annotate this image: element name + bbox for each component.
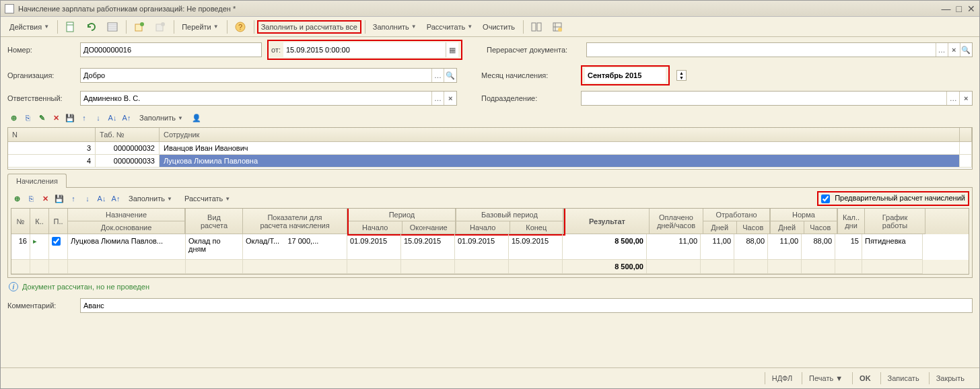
unpost-icon[interactable] — [150, 19, 170, 35]
accruals-grid: № К.. П.. Назначение Док.основание Вид р… — [11, 208, 969, 275]
month-label: Месяц начисления: — [481, 71, 575, 79]
col-tab: Таб. № — [96, 128, 160, 142]
ndfl-button[interactable]: НДФЛ — [765, 372, 799, 384]
sort-asc-icon[interactable]: A↓ — [106, 112, 118, 124]
move-down-icon[interactable]: ↓ — [92, 112, 104, 124]
date-input[interactable]: ▦ — [283, 42, 458, 57]
accruals-calc-menu[interactable]: Рассчитать▼ — [180, 192, 235, 205]
status-text: Документ рассчитан, но не проведен — [22, 283, 149, 291]
number-label: Номер: — [7, 46, 75, 54]
print-menu[interactable]: Печать ▼ — [802, 372, 849, 384]
division-label: Подразделение: — [481, 94, 575, 102]
recalc-input[interactable]: …×🔍 — [586, 42, 973, 57]
maximize-button[interactable]: □ — [956, 3, 962, 14]
calc-menu[interactable]: Рассчитать▼ — [422, 20, 477, 34]
info-icon: i — [9, 282, 18, 291]
doc-icon — [5, 4, 14, 13]
total-row: 8 500,00 — [11, 260, 969, 274]
division-input[interactable]: …× — [581, 91, 973, 106]
resp-label: Ответственный: — [7, 94, 75, 102]
date-label: от: — [271, 46, 281, 54]
copy-row-icon[interactable]: ⎘ — [25, 192, 37, 205]
month-down-icon[interactable]: ▼ — [677, 75, 686, 80]
magnifier-icon: 🔍 — [444, 69, 456, 82]
col-emp: Сотрудник — [160, 128, 960, 142]
refresh-icon[interactable] — [81, 19, 102, 35]
table-row[interactable]: 3 0000000032 Иванцов Иван Иванович — [8, 142, 972, 155]
move-down-icon[interactable]: ↓ — [81, 192, 94, 205]
org-input[interactable]: …🔍 — [80, 68, 457, 83]
save-button[interactable]: Записать — [880, 372, 926, 384]
actions-menu[interactable]: Действия▼ — [5, 20, 54, 34]
person-icon[interactable]: 👤 — [190, 112, 203, 124]
table-row[interactable]: 4 0000000033 Луцкова Люмила Павловна — [8, 155, 972, 168]
select-icon: … — [946, 92, 959, 105]
titlebar: Начисление зарплаты работникам организац… — [1, 1, 979, 17]
comment-label: Комментарий: — [7, 302, 75, 310]
clear-button[interactable]: Очистить — [478, 20, 520, 34]
list-icon[interactable] — [102, 19, 123, 35]
sort-asc-icon[interactable]: A↓ — [96, 192, 108, 205]
employees-grid: N Таб. № Сотрудник 3 0000000032 Иванцов … — [7, 127, 973, 170]
recalc-label: Перерасчет документа: — [487, 46, 581, 54]
help-icon[interactable]: ? — [230, 19, 250, 35]
svg-text:?: ? — [238, 23, 242, 31]
move-up-icon[interactable]: ↑ — [67, 192, 79, 205]
edit-row-icon[interactable]: ✎ — [36, 112, 48, 124]
org-label: Организация: — [7, 71, 75, 79]
svg-rect-0 — [67, 22, 73, 32]
close-button[interactable]: Закрыть — [929, 372, 971, 384]
save-rows-icon[interactable]: 💾 — [64, 112, 76, 124]
svg-rect-8 — [532, 23, 536, 31]
move-up-icon[interactable]: ↑ — [78, 112, 90, 124]
goto-menu[interactable]: Перейти▼ — [177, 20, 223, 34]
accruals-toolbar: ⊕ ⎘ ✕ 💾 ↑ ↓ A↓ A↑ Заполнить▼ Рассчитать▼ — [11, 190, 236, 207]
employees-fill-menu[interactable]: Заполнить▼ — [135, 111, 188, 125]
fill-menu[interactable]: Заполнить▼ — [368, 20, 421, 34]
window-title: Начисление зарплаты работникам организац… — [18, 5, 942, 13]
month-up-icon[interactable]: ▲ — [677, 71, 686, 75]
post-icon[interactable] — [129, 19, 149, 35]
comment-input[interactable] — [80, 298, 973, 313]
clear-icon: × — [444, 92, 456, 105]
accruals-fill-menu[interactable]: Заполнить▼ — [124, 192, 177, 205]
new-doc-icon[interactable] — [61, 19, 81, 35]
table-row[interactable]: 16 ▸ Луцкова Люмила Павлов... Оклад по д… — [11, 234, 969, 260]
tab-accruals[interactable]: Начисления — [7, 174, 67, 188]
select-icon: … — [936, 43, 948, 57]
main-toolbar: Действия▼ Перейти▼ ? Заполнить и рассчит… — [1, 17, 979, 37]
svg-point-3 — [140, 22, 144, 26]
delete-row-icon[interactable]: ✕ — [39, 192, 51, 205]
settings-icon[interactable] — [547, 19, 567, 35]
preliminary-checkbox[interactable] — [821, 194, 830, 203]
layout-icon[interactable] — [526, 19, 547, 35]
select-icon: … — [431, 69, 444, 82]
fill-calc-all-button[interactable]: Заполнить и рассчитать все — [257, 20, 361, 34]
sort-desc-icon[interactable]: A↑ — [120, 112, 133, 124]
delete-row-icon[interactable]: ✕ — [50, 112, 62, 124]
footer-bar: НДФЛ Печать ▼ OK Записать Закрыть — [1, 367, 979, 388]
add-row-icon[interactable]: ⊕ — [11, 192, 23, 205]
col-n: N — [8, 128, 96, 142]
sort-desc-icon[interactable]: A↑ — [110, 192, 122, 205]
add-row-icon[interactable]: ⊕ — [7, 112, 20, 124]
preliminary-checkbox-wrap: Предварительный расчет начислений — [817, 191, 969, 206]
svg-point-11 — [558, 28, 562, 32]
minimize-button[interactable]: — — [942, 3, 951, 14]
number-input[interactable] — [80, 42, 262, 57]
copy-row-icon[interactable]: ⎘ — [22, 112, 34, 124]
clear-icon: × — [948, 43, 960, 57]
close-button[interactable]: ✕ — [967, 3, 975, 14]
clear-icon: × — [959, 92, 972, 105]
row-checkbox[interactable] — [52, 237, 61, 246]
employees-toolbar: ⊕ ⎘ ✎ ✕ 💾 ↑ ↓ A↓ A↑ Заполнить▼ 👤 — [1, 108, 979, 127]
svg-point-5 — [161, 22, 165, 26]
month-input[interactable] — [585, 68, 666, 83]
ok-button[interactable]: OK — [852, 372, 878, 384]
svg-rect-9 — [537, 23, 541, 31]
calendar-icon: ▦ — [446, 42, 458, 57]
resp-input[interactable]: …× — [80, 91, 457, 106]
select-icon: … — [431, 92, 444, 105]
magnifier-icon: 🔍 — [960, 43, 972, 57]
save-rows-icon[interactable]: 💾 — [53, 192, 65, 205]
